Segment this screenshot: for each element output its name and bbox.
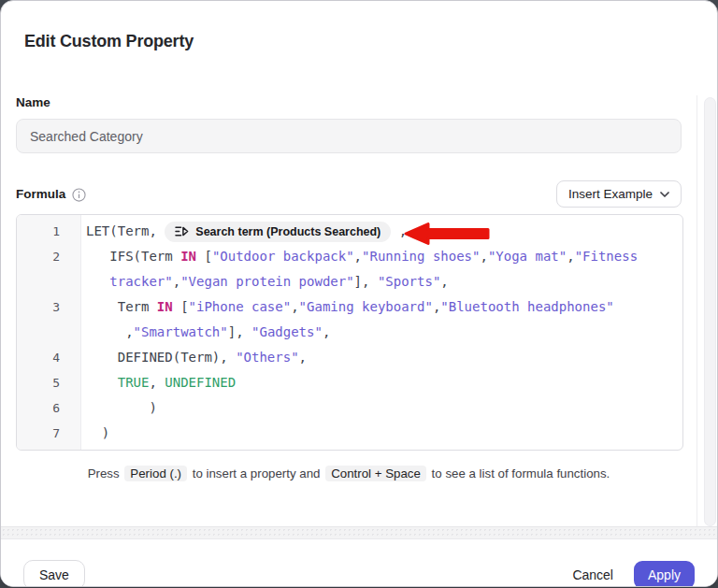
cancel-button[interactable]: Cancel (572, 567, 613, 582)
code-line: 4 DEFINED(Term), "Others", (17, 345, 682, 370)
formula-editor[interactable]: 1LET(Term, Search term (Products Searche… (16, 214, 683, 451)
code-line: 3 Term IN ["iPhone case","Gaming keyboar… (17, 294, 682, 320)
line-number: 1 (17, 224, 80, 238)
line-number: 2 (17, 250, 80, 264)
name-label: Name (16, 95, 682, 109)
code-line: 1LET(Term, Search term (Products Searche… (17, 219, 682, 244)
code-line: 2 IFS(Term IN ["Outdoor backpack","Runni… (17, 244, 682, 269)
red-arrow-annotation (402, 222, 492, 246)
code-rows: 1LET(Term, Search term (Products Searche… (17, 219, 682, 446)
info-icon[interactable] (72, 188, 86, 202)
property-chip[interactable]: Search term (Products Searched) (165, 222, 391, 242)
code-line: ,"Smartwatch"], "Gadgets", (17, 320, 682, 345)
line-number: 5 (17, 376, 80, 390)
line-number: 7 (17, 426, 80, 440)
edit-custom-property-dialog: Edit Custom Property Name Formula (0, 0, 718, 587)
code-line: 7 ) (17, 421, 682, 446)
scroll-gutter-divider (696, 95, 697, 526)
name-input[interactable] (16, 119, 682, 153)
line-number: 3 (17, 300, 80, 314)
insert-example-button[interactable]: Insert Example (556, 180, 682, 208)
line-number: 4 (17, 351, 80, 365)
dialog-content: Name Formula Insert Example (1, 95, 717, 526)
property-chip-label: Search term (Products Searched) (195, 222, 381, 242)
chevron-down-icon (660, 192, 669, 197)
code-line: 6 ) (17, 395, 682, 421)
apply-button[interactable]: Apply (634, 561, 695, 587)
formula-hint: Press Period (.) to insert a property an… (16, 465, 682, 483)
formula-label: Formula (16, 187, 65, 201)
code-line: tracker","Vegan protein powder"], "Sport… (17, 269, 682, 294)
kbd-shortcut: Period (.) (124, 466, 187, 481)
save-button[interactable]: Save (23, 560, 85, 587)
dialog-header: Edit Custom Property (1, 1, 717, 71)
insert-example-label: Insert Example (568, 187, 653, 201)
kbd-shortcut: Control + Space (325, 466, 426, 481)
code-line: 5 TRUE, UNDEFINED (17, 370, 682, 395)
line-number: 6 (17, 401, 80, 415)
dialog-footer: Save Cancel Apply (1, 539, 717, 587)
footer-divider-band (1, 526, 717, 539)
event-property-icon (175, 225, 189, 237)
page-title: Edit Custom Property (24, 32, 194, 51)
scrollbar[interactable] (704, 97, 716, 526)
